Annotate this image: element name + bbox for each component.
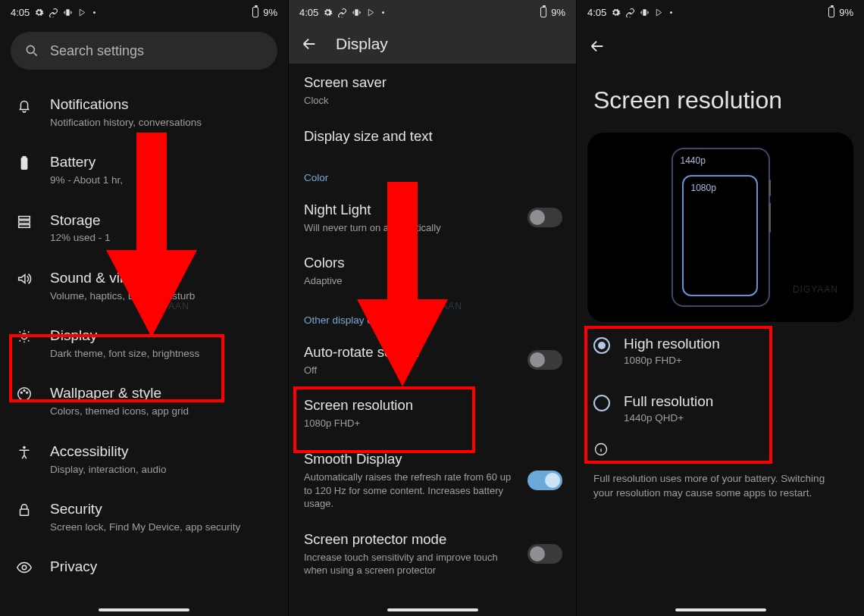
row-title: Notifications xyxy=(50,95,202,114)
row-security[interactable]: Security Screen lock, Find My Device, ap… xyxy=(0,488,288,546)
play-icon xyxy=(366,8,376,17)
palette-icon xyxy=(16,386,33,402)
status-bar: 4:05 9% xyxy=(289,0,576,24)
accessibility-icon xyxy=(16,444,33,461)
row-battery[interactable]: Battery 9% - About 1 hr, xyxy=(0,141,288,199)
row-smooth-display[interactable]: Smooth Display Automatically raises the … xyxy=(289,440,576,521)
search-icon xyxy=(24,43,39,58)
svg-rect-20 xyxy=(643,9,646,16)
search-settings[interactable]: Search settings xyxy=(11,32,277,70)
more-dot-icon xyxy=(93,11,95,14)
auto-rotate-toggle[interactable] xyxy=(527,350,562,370)
nav-handle[interactable] xyxy=(387,608,478,611)
row-sound[interactable]: Sound & vibration Volume, haptics, Do No… xyxy=(0,257,288,314)
brightness-icon xyxy=(16,328,33,345)
vibrate-icon xyxy=(640,8,650,17)
battery-percent: 9% xyxy=(839,7,853,18)
row-sub: 12% used - 1 xyxy=(50,231,111,245)
smooth-display-toggle[interactable] xyxy=(527,471,562,490)
svg-rect-0 xyxy=(67,9,70,16)
settings-home-screen: 4:05 9% Search settings Notifications No… xyxy=(0,0,288,616)
back-button[interactable] xyxy=(577,24,864,64)
label-1080: 1080p xyxy=(691,183,716,193)
row-title: Sound & vibration xyxy=(50,269,195,287)
radio-checked-icon xyxy=(593,337,610,354)
more-dot-icon xyxy=(670,11,672,14)
app-bar: Display xyxy=(289,24,576,64)
gear-icon xyxy=(611,8,621,17)
row-title: Accessibility xyxy=(50,442,167,461)
svg-rect-2 xyxy=(21,158,27,170)
row-screen-resolution[interactable]: Screen resolution 1080p FHD+ xyxy=(289,386,576,440)
svg-rect-3 xyxy=(23,157,26,158)
nav-handle[interactable] xyxy=(675,608,766,611)
volume-icon xyxy=(16,270,33,287)
resolution-preview: 1440p 1080p DIGYAAN xyxy=(587,133,853,322)
svg-point-1 xyxy=(27,45,34,53)
section-color: Color xyxy=(289,155,576,191)
svg-point-14 xyxy=(22,566,27,571)
vibrate-icon xyxy=(352,8,362,17)
row-sub: Screen lock, Find My Device, app securit… xyxy=(50,521,240,534)
row-sub: 9% - About 1 hr, xyxy=(50,174,123,187)
status-time: 4:05 xyxy=(299,7,318,18)
row-privacy[interactable]: Privacy xyxy=(0,546,288,579)
status-time: 4:05 xyxy=(587,7,606,18)
svg-point-10 xyxy=(23,390,25,392)
screen-protector-toggle[interactable] xyxy=(527,544,562,564)
row-colors[interactable]: Colors Adaptive xyxy=(289,244,576,298)
row-display-size-text[interactable]: Display size and text xyxy=(289,117,576,155)
eye-icon xyxy=(16,559,33,576)
option-high-resolution[interactable]: High resolution 1080p FHD+ xyxy=(577,322,864,380)
row-sub: Colors, themed icons, app grid xyxy=(50,405,189,418)
row-title: Security xyxy=(50,500,240,518)
battery-percent: 9% xyxy=(551,7,565,18)
bell-icon xyxy=(16,97,33,114)
screen-resolution-screen: 4:05 9% Screen resolution 1440p 1080p DI… xyxy=(576,0,864,616)
radio-unchecked-icon xyxy=(593,395,610,411)
link-icon xyxy=(625,8,635,17)
play-icon xyxy=(77,8,87,17)
section-other-display: Other display controls xyxy=(289,298,576,333)
row-storage[interactable]: Storage 12% used - 1 xyxy=(0,199,288,257)
page-title: Display xyxy=(336,35,388,53)
back-icon xyxy=(589,38,606,55)
row-accessibility[interactable]: Accessibility Display, interaction, audi… xyxy=(0,430,288,488)
row-sub: Display, interaction, audio xyxy=(50,463,167,477)
row-wallpaper[interactable]: Wallpaper & style Colors, themed icons, … xyxy=(0,372,288,430)
row-sub: Notification history, conversations xyxy=(50,116,202,130)
row-screen-saver[interactable]: Screen saver Clock xyxy=(289,64,576,117)
svg-rect-4 xyxy=(19,216,30,219)
device-1080-outline: 1080p xyxy=(682,175,758,296)
status-time: 4:05 xyxy=(11,7,30,18)
vibrate-icon xyxy=(63,8,73,17)
svg-point-9 xyxy=(20,392,22,394)
play-icon xyxy=(654,8,664,17)
row-display[interactable]: Display Dark theme, font size, brightnes… xyxy=(0,314,288,372)
status-bar: 4:05 9% xyxy=(0,0,288,24)
row-night-light[interactable]: Night Light Will never turn on automatic… xyxy=(289,191,576,245)
option-full-resolution[interactable]: Full resolution 1440p QHD+ xyxy=(577,380,864,437)
row-title: Wallpaper & style xyxy=(50,384,189,402)
footnote: Full resolution uses more of your batter… xyxy=(577,464,864,508)
back-icon[interactable] xyxy=(301,36,318,52)
row-title: Battery xyxy=(50,153,123,171)
info-icon xyxy=(593,442,609,457)
device-1440-outline: 1440p 1080p xyxy=(671,148,770,307)
nav-handle[interactable] xyxy=(99,608,189,611)
battery-icon xyxy=(540,7,546,17)
lock-icon xyxy=(16,502,33,518)
gear-icon xyxy=(34,8,44,17)
watermark: DIGYAAN xyxy=(793,284,838,295)
more-dot-icon xyxy=(382,11,384,14)
row-notifications[interactable]: Notifications Notification history, conv… xyxy=(0,83,288,141)
gear-icon xyxy=(323,8,333,17)
info-icon-row xyxy=(577,437,864,464)
row-auto-rotate[interactable]: Auto-rotate screen Off xyxy=(289,333,576,387)
row-screen-protector[interactable]: Screen protector mode Increase touch sen… xyxy=(289,521,576,587)
svg-rect-6 xyxy=(19,224,30,227)
row-sub: Volume, haptics, Do Not Disturb xyxy=(50,289,195,303)
row-title: Privacy xyxy=(50,558,97,576)
night-light-toggle[interactable] xyxy=(527,208,562,227)
status-bar: 4:05 9% xyxy=(577,0,864,24)
